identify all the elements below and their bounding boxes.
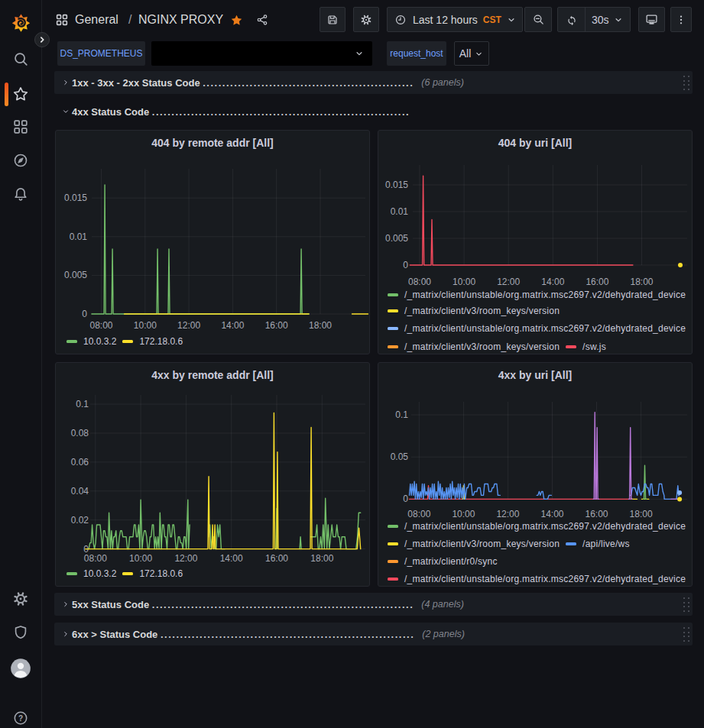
svg-text:?: ?	[18, 714, 23, 723]
svg-text:0: 0	[403, 260, 408, 270]
svg-text:08:00: 08:00	[407, 509, 430, 519]
svg-text:0.06: 0.06	[71, 457, 89, 468]
svg-text:0.1: 0.1	[76, 399, 89, 409]
svg-text:08:00: 08:00	[84, 553, 107, 564]
svg-text:18:00: 18:00	[630, 277, 653, 287]
svg-text:10:00: 10:00	[453, 277, 475, 287]
svg-text:14:00: 14:00	[540, 509, 563, 519]
svg-text:0: 0	[82, 309, 87, 319]
svg-text:18:00: 18:00	[309, 320, 332, 331]
svg-text:0.1: 0.1	[395, 409, 408, 420]
svg-text:0.005: 0.005	[385, 233, 408, 244]
svg-text:18:00: 18:00	[310, 553, 333, 564]
svg-text:08:00: 08:00	[89, 320, 112, 331]
svg-text:12:00: 12:00	[496, 509, 519, 519]
svg-text:16:00: 16:00	[586, 277, 608, 287]
svg-text:0.05: 0.05	[391, 451, 409, 462]
svg-text:10:00: 10:00	[129, 553, 152, 564]
svg-text:14:00: 14:00	[220, 553, 243, 564]
svg-text:14:00: 14:00	[221, 320, 244, 331]
svg-text:0.02: 0.02	[71, 515, 89, 526]
svg-text:14:00: 14:00	[541, 277, 564, 287]
svg-text:10:00: 10:00	[134, 320, 157, 331]
svg-text:10:00: 10:00	[452, 509, 475, 519]
svg-text:0.015: 0.015	[64, 193, 87, 203]
svg-text:12:00: 12:00	[497, 277, 520, 287]
svg-text:12:00: 12:00	[177, 320, 200, 331]
svg-text:0.01: 0.01	[391, 206, 409, 217]
svg-text:16:00: 16:00	[585, 509, 608, 519]
svg-text:0.015: 0.015	[385, 180, 408, 190]
svg-text:0.005: 0.005	[64, 270, 87, 280]
svg-text:0.01: 0.01	[70, 231, 88, 242]
svg-text:0: 0	[403, 493, 408, 504]
svg-text:08:00: 08:00	[408, 277, 431, 287]
svg-text:16:00: 16:00	[265, 320, 288, 331]
svg-text:0.08: 0.08	[71, 428, 89, 438]
svg-text:12:00: 12:00	[174, 553, 197, 564]
svg-text:18:00: 18:00	[630, 509, 653, 519]
svg-text:0.04: 0.04	[71, 486, 89, 497]
svg-text:16:00: 16:00	[265, 553, 288, 564]
